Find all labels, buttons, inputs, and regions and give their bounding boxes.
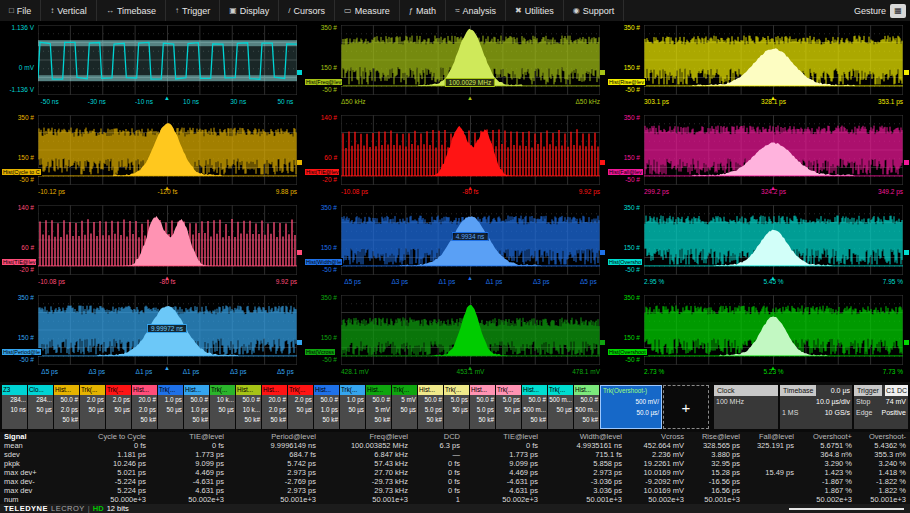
descriptor-label: Hist... [314,385,339,395]
descriptor-value: 500 m... [548,395,573,405]
waveform-grid: 1.136 V0 mV-1.136 V-50 ns-30 ns-10 ns10 … [0,22,910,382]
column-header-cycle-to-cycle[interactable]: Cycle to Cycle [58,432,150,441]
descriptor-box-5[interactable]: Hist...20.0 #2.0 ps50 k# [132,385,157,429]
descriptor-box-8[interactable]: Trk(...10 k...50 µs [210,385,235,429]
menu-support[interactable]: ◉Support [564,0,625,21]
scroll-indicator[interactable] [789,508,904,510]
measurement-value: 19.2261 mV [626,459,688,468]
descriptor-label: Hist... [54,385,79,395]
trace-tag-hist-width[interactable]: Hist(Width@le [304,258,343,266]
trigger-position-marker: ▲ [164,185,170,191]
histogram-plot[interactable] [38,115,297,185]
descriptor-box-16[interactable]: Hist...50.0 #5.0 ps50 k# [418,385,443,429]
descriptor-box-22[interactable]: Hist...50.0 #500 m...50 k# [574,385,599,429]
trace-tag-hist-fall[interactable]: Hist(Fall@lev [607,168,644,176]
trace-descriptor-boxes: Z3284...10 nsClo...284...50 µsHist...50.… [2,385,710,429]
menu-trigger[interactable]: ↑Trigger [166,0,220,21]
column-header-fall-level[interactable]: Fall@level [744,432,798,441]
histogram-plot[interactable] [644,115,903,185]
column-header-freq-level[interactable]: Freq@level [320,432,412,441]
descriptor-box-19[interactable]: Trk(...5.0 ps50 µs [496,385,521,429]
menu-measure[interactable]: ▭Measure [335,0,400,21]
column-header-width-level[interactable]: Width@level [542,432,626,441]
trace-tag-hist-vcross[interactable]: Hist(Vcross [304,348,336,356]
column-header-overshoot-[interactable]: Overshoot- [856,432,910,441]
column-header-period-level[interactable]: Period@level [228,432,320,441]
menu-utilities[interactable]: ✖Utilities [506,0,564,21]
menu-display[interactable]: ▣Display [220,0,279,21]
menu-label: Timebase [117,6,156,16]
trace-level-marker [297,160,302,165]
trigger-descriptor-box[interactable]: Trigger C1 DC Stop 74 mV Edge Positive [854,385,908,429]
trace-level-marker [904,250,909,255]
descriptor-box-0[interactable]: Z3284...10 ns [2,385,27,429]
histogram-plot[interactable] [644,205,903,275]
measurement-value: 50.002e+3 [150,495,228,504]
descriptor-box-20[interactable]: Hist...50.0 #500 m...50 k# [522,385,547,429]
menu-timebase[interactable]: ↔Timebase [97,0,166,21]
measurement-value: — [412,450,464,459]
descriptor-value: 50 µs [392,405,417,415]
trace-tag-hist-tie-signal[interactable]: Hist(TIE@lev [1,258,37,266]
y-axis-label: -50 # [606,266,640,273]
table-row-num: num50.000e+350.002e+350.001e+350.001e+31… [0,495,910,504]
trace-level-marker [600,160,605,165]
descriptor-value: 50.0 # [54,395,79,405]
descriptor-box-17[interactable]: Trk(...5.0 ps50 µs [444,385,469,429]
add-trace-button[interactable]: + [663,385,709,429]
timebase-descriptor-box[interactable]: Timebase 0.0 µs 10.0 µs/div 1 MS 10 GS/s [780,385,852,429]
trace-tag-hist-overshoot-neg[interactable]: Hist(Overshoot [607,348,648,356]
descriptor-box-10[interactable]: Hist...20.0 #2.0 ps50 k# [262,385,287,429]
column-header-rise-level[interactable]: Rise@level [688,432,744,441]
descriptor-box-7[interactable]: Hist...50.0 #1.0 ps50 k# [184,385,209,429]
descriptor-value: 50 k# [418,415,443,425]
trace-tag-hist-period[interactable]: Hist(Period@le [1,348,42,356]
descriptor-box-6[interactable]: Trk(...1.0 ps50 µs [158,385,183,429]
descriptor-box-selected[interactable]: Trk(Overshoot-)500 mV/50.0 µs/ [600,385,662,429]
y-axis-label: -50 # [303,86,337,93]
descriptor-box-12[interactable]: Hist...50.0 #1.0 ps50 k# [314,385,339,429]
column-header-tie-level[interactable]: TIE@level [464,432,542,441]
descriptor-box-1[interactable]: Clo...284...50 µs [28,385,53,429]
descriptor-box-4[interactable]: Trk(...2.0 ps50 µs [106,385,131,429]
histogram-plot[interactable] [644,25,903,95]
x-axis-label: 50 ns [277,98,293,105]
trace-tag-hist-cycle-to-cycle[interactable]: Hist(Cycle to C [1,168,42,176]
column-header-overshoot+[interactable]: Overshoot+ [798,432,856,441]
trace-tag-hist-overshoot-pos[interactable]: Hist(Oversho [607,258,643,266]
descriptor-box-3[interactable]: Trk(...2.0 ps50 µs [80,385,105,429]
menu-vertical[interactable]: ↕Vertical [41,0,97,21]
table-row-pkpk: pkpk10.246 ps9.099 ps5.742 ps57.43 kHz0 … [0,459,910,468]
menu-file[interactable]: □File [0,0,41,21]
descriptor-box-13[interactable]: Trk(...1.0 ps50 µs [340,385,365,429]
x-axis-label: Δ3 ps [533,278,550,285]
descriptor-box-21[interactable]: Trk(...500 m...50 µs [548,385,573,429]
waveform-plot[interactable] [38,25,297,95]
histogram-plot[interactable] [644,295,903,365]
histogram-plot[interactable] [341,295,600,365]
menu-cursors[interactable]: /Cursors [279,0,335,21]
descriptor-box-11[interactable]: Trk(...2.0 ps50 µs [288,385,313,429]
trace-tag-hist-tie-clock[interactable]: Hist(TIE@lev [304,168,340,176]
column-header-vcross[interactable]: Vcross [626,432,688,441]
y-axis-label: 350 # [303,294,337,301]
menu-math[interactable]: ƒMath [400,0,446,21]
descriptor-box-14[interactable]: Hist...50.0 #5 mV50 k# [366,385,391,429]
menu-analysis[interactable]: ≈Analysis [446,0,506,21]
column-header-dcd[interactable]: DCD [412,432,464,441]
column-header-tie-level[interactable]: TIE@level [150,432,228,441]
descriptor-box-15[interactable]: Trk(...5 mV50 µs [392,385,417,429]
histogram-plot[interactable] [341,115,600,185]
clock-descriptor-box[interactable]: Clock 100 MHz [714,385,778,429]
column-header-signal[interactable]: Signal [0,432,58,441]
row-label: mean [0,441,58,450]
measurement-value: 32.95 ps [688,459,744,468]
histogram-plot[interactable] [38,205,297,275]
descriptor-box-9[interactable]: Hist...50.0 #10 k...50 k# [236,385,261,429]
trace-tag-hist-freq[interactable]: Hist(Freq@lev [304,78,343,86]
descriptor-box-18[interactable]: Hist...50.0 #5.0 ps50 k# [470,385,495,429]
descriptor-box-2[interactable]: Hist...50.0 #2.0 ps50 k# [54,385,79,429]
gesture-control[interactable]: Gesture ▦ [854,4,910,18]
gesture-icon[interactable]: ▦ [890,4,906,18]
trace-tag-hist-rise[interactable]: Hist(Rise@lev [607,78,646,86]
